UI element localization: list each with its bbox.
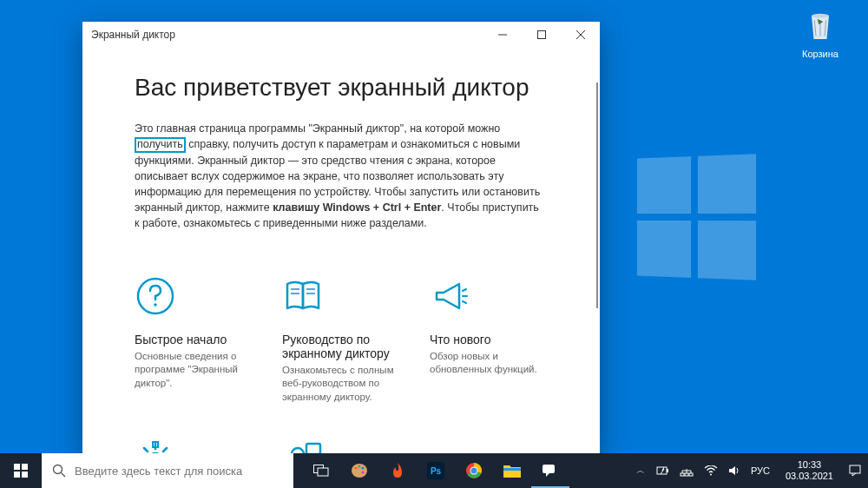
narrator-app-icon [542, 462, 559, 478]
task-view-button[interactable] [302, 453, 340, 488]
maximize-button[interactable] [522, 22, 561, 48]
svg-text:Ps: Ps [431, 466, 442, 476]
svg-rect-37 [685, 473, 688, 476]
svg-point-24 [358, 465, 361, 468]
taskbar-app-narrator[interactable] [531, 453, 569, 488]
clock-time: 10:33 [786, 459, 833, 471]
svg-rect-36 [681, 473, 684, 476]
help-circle-icon [135, 275, 176, 317]
maximize-icon [537, 30, 546, 39]
book-icon [282, 275, 324, 317]
svg-rect-32 [503, 468, 521, 471]
clock-date: 03.03.2021 [786, 471, 833, 482]
battery-icon[interactable] [655, 465, 669, 477]
palette-icon [350, 461, 369, 480]
chrome-icon [465, 462, 483, 479]
card-guide[interactable]: Руководство по экранному диктору Ознаком… [282, 275, 395, 405]
svg-point-0 [812, 14, 829, 18]
taskbar-clock[interactable]: 10:33 03.03.2021 [780, 459, 838, 482]
card-subtitle: Обзор новых и обновленных функций. [430, 350, 542, 377]
svg-point-23 [355, 467, 358, 470]
tray-chevron-icon[interactable]: ︿ [636, 465, 645, 477]
svg-rect-33 [542, 465, 555, 473]
svg-rect-16 [14, 472, 20, 478]
recycle-bin-label: Корзина [790, 49, 851, 59]
wifi-icon[interactable] [704, 465, 718, 476]
page-heading: Вас приветствует экранный диктор [135, 74, 542, 102]
taskbar-search[interactable] [42, 453, 293, 488]
taskbar-app-photoshop[interactable]: Ps [417, 453, 455, 488]
svg-point-43 [710, 474, 712, 476]
taskbar-app-chrome[interactable] [455, 453, 493, 488]
card-quickstart[interactable]: Быстрое начало Основные сведения о прогр… [135, 275, 247, 405]
svg-point-6 [154, 303, 157, 307]
svg-rect-34 [657, 467, 667, 474]
svg-point-25 [362, 467, 365, 470]
search-icon [52, 464, 66, 478]
svg-rect-44 [850, 465, 860, 473]
taskbar: Ps ︿ РУС 10:33 03.03.2021 [0, 453, 868, 488]
notifications-icon[interactable] [849, 465, 861, 477]
svg-rect-14 [14, 464, 20, 470]
window-title: Экранный диктор [91, 29, 175, 41]
narrator-focus-highlight: получить [135, 137, 186, 153]
card-title: Руководство по экранному диктору [282, 333, 395, 360]
svg-rect-17 [22, 472, 28, 478]
titlebar[interactable]: Экранный диктор [82, 22, 600, 48]
narrator-window: Экранный диктор Вас приветствует экранны… [82, 22, 600, 456]
content-scroll[interactable]: Вас приветствует экранный диктор Это гла… [82, 48, 600, 456]
megaphone-icon [430, 275, 471, 317]
card-whatsnew[interactable]: Что нового Обзор новых и обновленных фун… [430, 275, 542, 405]
flame-icon [390, 462, 405, 479]
card-title: Быстрое начало [135, 333, 247, 346]
recycle-bin-icon [803, 9, 838, 43]
taskbar-app-flame[interactable] [378, 453, 417, 488]
intro-paragraph: Это главная страница программы "Экранный… [135, 121, 542, 232]
search-input[interactable] [75, 465, 283, 478]
recycle-bin[interactable]: Корзина [790, 9, 851, 59]
scrollbar[interactable] [596, 82, 598, 308]
svg-point-31 [471, 468, 477, 474]
folder-icon [503, 464, 521, 478]
svg-line-19 [62, 473, 66, 478]
card-subtitle: Ознакомьтесь с полным веб-руководством п… [282, 364, 395, 405]
photoshop-icon: Ps [427, 462, 444, 479]
system-tray: ︿ РУС 10:33 03.03.2021 [629, 459, 868, 482]
svg-rect-2 [537, 31, 545, 39]
language-indicator[interactable]: РУС [751, 465, 770, 476]
svg-rect-35 [667, 469, 668, 472]
task-view-icon [313, 465, 329, 477]
taskbar-app-paint[interactable] [340, 453, 378, 488]
close-icon [576, 30, 585, 39]
svg-rect-21 [318, 468, 328, 476]
card-subtitle: Основные сведения о программе "Экранный … [135, 350, 247, 391]
svg-rect-15 [22, 464, 28, 470]
svg-rect-38 [689, 473, 693, 476]
network-icon[interactable] [680, 465, 694, 477]
start-button[interactable] [0, 453, 42, 488]
minimize-icon [498, 30, 507, 39]
windows-logo-wallpaper [637, 154, 756, 280]
svg-point-26 [362, 472, 365, 474]
close-button[interactable] [561, 22, 600, 48]
minimize-button[interactable] [483, 22, 522, 48]
card-title: Что нового [430, 333, 542, 346]
windows-start-icon [14, 464, 28, 478]
taskbar-app-explorer[interactable] [493, 453, 531, 488]
svg-point-18 [54, 465, 62, 474]
volume-icon[interactable] [728, 465, 740, 477]
